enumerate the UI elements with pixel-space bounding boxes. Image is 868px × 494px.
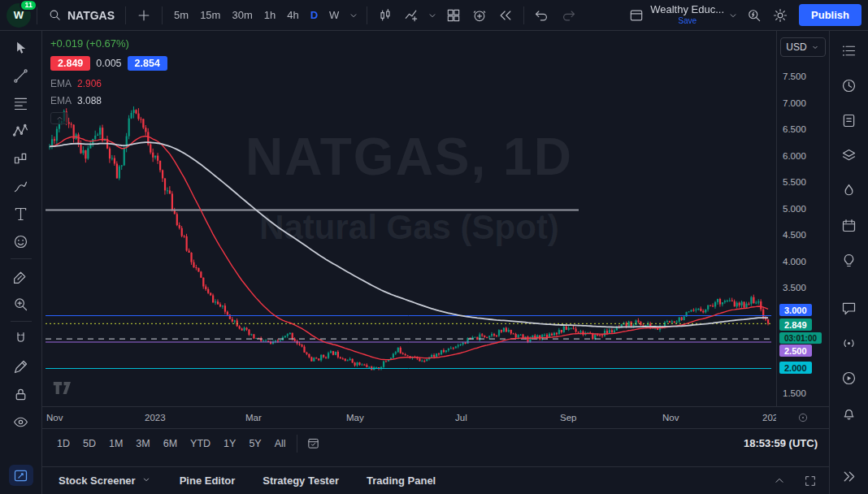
notifications-button[interactable] [837,401,861,424]
price-tick: 7.500 [783,72,806,81]
right-sidebar [829,31,868,494]
layout-menu-button[interactable] [726,4,740,27]
plus-icon [136,7,152,24]
price-axis[interactable]: USD 7.5007.0006.5006.0005.5005.0004.5004… [776,31,829,406]
range-group: 1D5D1M3M6MYTD1Y5YAll [50,433,293,454]
chevron-down-icon [810,42,820,52]
layout-name-block[interactable]: Wealthy Educ... Save [650,4,724,25]
candlestick-icon [377,7,393,24]
range-all[interactable]: All [268,433,293,454]
text-tool[interactable] [9,203,33,224]
xabcd-pattern-icon [12,123,29,140]
price-tick: 5.000 [783,204,806,214]
timeframe-menu-button[interactable] [346,4,361,27]
brush-tool[interactable] [9,176,33,197]
divider [367,6,367,24]
broadcast-button[interactable] [837,332,861,354]
tab-stock-screener[interactable]: Stock Screener [59,474,152,488]
chart-type-button[interactable] [373,4,397,27]
tab-strategy-tester[interactable]: Strategy Tester [263,474,339,487]
timeframe-15m[interactable]: 15m [194,4,226,27]
sell-button[interactable]: 2.849 [50,56,90,71]
lock-drawings-button[interactable] [9,384,33,405]
object-tree-button[interactable] [837,144,861,167]
currency-selector[interactable]: USD [780,37,826,57]
edit-tool[interactable] [9,356,33,377]
add-symbol-button[interactable] [132,4,156,27]
indicators-button[interactable] [399,4,423,27]
tradingview-logo[interactable] [52,381,76,398]
drawings-panel-toggle[interactable] [9,465,33,486]
symbol-search-button[interactable]: NATGAS [43,4,119,27]
measure-tool[interactable] [9,266,33,287]
publish-button[interactable]: Publish [799,4,861,26]
range-5y[interactable]: 5Y [242,433,267,454]
timeframe-5m[interactable]: 5m [168,4,194,27]
bar-replay-button[interactable] [493,4,518,27]
indicator-row: EMA3.088 [50,95,167,106]
hotlists-button[interactable] [837,179,861,202]
range-3m[interactable]: 3M [129,433,156,454]
buy-button[interactable]: 2.854 [128,56,167,71]
target-icon[interactable] [796,411,809,424]
price-change: +0.019 (+0.67%) [50,37,167,50]
pattern-tool[interactable] [9,120,33,141]
time-axis[interactable]: Nov2023MarMayJulSepNov202 [42,406,776,428]
fib-retracement-tool[interactable] [9,93,33,114]
price-tick: 4.000 [783,257,806,266]
tab-pine-editor[interactable]: Pine Editor [180,474,236,487]
save-layout-button[interactable] [624,4,649,27]
play-circle-icon [840,370,857,387]
expand-sidebar-button[interactable] [837,465,861,488]
legend-collapse-button[interactable] [50,112,68,124]
undo-button[interactable] [530,4,554,27]
chat-icon [840,300,857,317]
panel-maximize-button[interactable] [798,470,822,492]
session-clock[interactable]: 18:53:59 (UTC) [744,437,821,449]
notes-button[interactable] [837,109,861,132]
clock-icon [840,77,857,94]
hide-drawings-button[interactable] [9,411,33,432]
chat-button[interactable] [837,297,861,319]
calendar-button[interactable] [837,214,861,236]
alerts-button[interactable] [837,74,861,97]
fib-lines-icon [12,95,29,112]
ideas-button[interactable] [837,249,861,271]
tab-trading-panel[interactable]: Trading Panel [367,474,436,487]
indicator-label: EMA [50,95,72,106]
cursor-tool[interactable] [9,37,33,58]
save-link[interactable]: Save [678,16,697,26]
time-label: Mar [245,413,262,422]
range-1m[interactable]: 1M [102,433,129,454]
trend-line-tool[interactable] [9,65,33,86]
timeframe-4h[interactable]: 4h [281,4,304,27]
range-ytd[interactable]: YTD [184,433,217,454]
timeframe-1h[interactable]: 1h [258,4,281,27]
magnet-tool[interactable] [9,328,33,349]
create-alert-button[interactable] [467,4,492,27]
watchlist-button[interactable] [837,39,861,62]
timeframe-d[interactable]: D [305,4,323,27]
price-tick: 1.500 [783,388,806,398]
range-5d[interactable]: 5D [76,433,102,454]
layout-grid-button[interactable] [441,4,466,27]
range-1y[interactable]: 1Y [217,433,242,454]
go-to-date-button[interactable] [302,432,326,455]
range-1d[interactable]: 1D [50,433,76,454]
trading-app: W 11 NATGAS 5m15m30m1h4hDW [0,0,868,494]
quick-search-button[interactable] [742,4,766,27]
zoom-tool[interactable] [9,293,33,314]
timeframe-30m[interactable]: 30m [226,4,258,27]
settings-button[interactable] [768,4,792,27]
panel-expand-button[interactable] [767,470,792,492]
range-6m[interactable]: 6M [157,433,184,454]
timeframe-w[interactable]: W [323,4,345,27]
emoji-tool[interactable] [9,231,33,252]
streams-button[interactable] [837,366,861,389]
redo-button[interactable] [556,4,580,27]
indicators-menu-button[interactable] [425,4,440,27]
forecast-tool[interactable] [9,148,33,169]
position-bars-icon [12,150,29,167]
app-logo[interactable]: W 11 [7,3,31,28]
gear-icon [772,7,788,24]
